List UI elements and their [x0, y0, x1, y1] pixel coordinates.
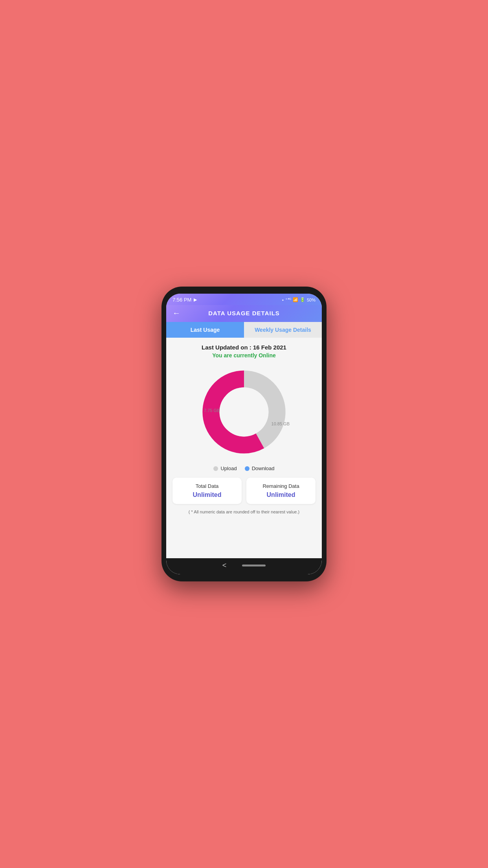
time-display: 7:56 PM [172, 297, 191, 303]
chart-legend: Upload Download [213, 465, 274, 471]
battery-icon: 🔋 [300, 297, 305, 302]
main-content: Last Updated on : 16 Feb 2021 You are cu… [166, 338, 322, 558]
svg-point-2 [220, 388, 269, 437]
tabs-container: Last Usage Weekly Usage Details [166, 322, 322, 338]
tab-weekly-usage[interactable]: Weekly Usage Details [244, 322, 322, 338]
download-chart-label: 10.85 GB [272, 421, 290, 426]
download-legend-label: Download [252, 465, 275, 471]
donut-chart: 7.75 GB 10.85 GB [197, 365, 291, 459]
home-indicator[interactable] [242, 565, 266, 566]
youtube-icon: ▶ [194, 297, 197, 302]
upload-legend-dot [213, 466, 218, 471]
nav-bar: < [166, 558, 322, 574]
disclaimer-text: ( * All numeric data are rounded off to … [187, 509, 301, 515]
status-icons: • ⁺⁴ᴳ 📶 🔋 50% [282, 297, 316, 302]
download-legend-dot [245, 466, 250, 471]
remaining-data-label: Remaining Data [251, 483, 311, 489]
nav-back-button[interactable]: < [222, 561, 227, 570]
network-bars-icon: 📶 [293, 297, 298, 302]
back-button[interactable]: ← [172, 309, 180, 318]
online-status-label: You are currently Online [212, 352, 276, 359]
status-bar: 7:56 PM ▶ • ⁺⁴ᴳ 📶 🔋 50% [166, 294, 322, 305]
remaining-data-card: Remaining Data Unlimited [246, 478, 316, 504]
battery-percent: 50% [307, 298, 316, 302]
phone-screen: 7:56 PM ▶ • ⁺⁴ᴳ 📶 🔋 50% ← DATA USAGE DET… [166, 294, 322, 574]
last-updated-label: Last Updated on : 16 Feb 2021 [202, 344, 286, 351]
data-cards-row: Total Data Unlimited Remaining Data Unli… [172, 478, 316, 504]
tab-last-usage[interactable]: Last Usage [166, 322, 244, 338]
status-time: 7:56 PM ▶ [172, 297, 197, 303]
upload-legend-label: Upload [220, 465, 237, 471]
total-data-label: Total Data [177, 483, 237, 489]
download-legend-item: Download [245, 465, 275, 471]
upload-legend-item: Upload [213, 465, 237, 471]
total-data-card: Total Data Unlimited [172, 478, 242, 504]
signal-icon: ⁺⁴ᴳ [285, 297, 291, 302]
total-data-value: Unlimited [177, 491, 237, 498]
upload-chart-label: 7.75 GB [204, 408, 220, 413]
remaining-data-value: Unlimited [251, 491, 311, 498]
app-header: ← DATA USAGE DETAILS [166, 305, 322, 322]
phone-device: 7:56 PM ▶ • ⁺⁴ᴳ 📶 🔋 50% ← DATA USAGE DET… [161, 287, 327, 581]
dot-icon: • [282, 298, 284, 302]
page-title: DATA USAGE DETAILS [208, 310, 280, 316]
